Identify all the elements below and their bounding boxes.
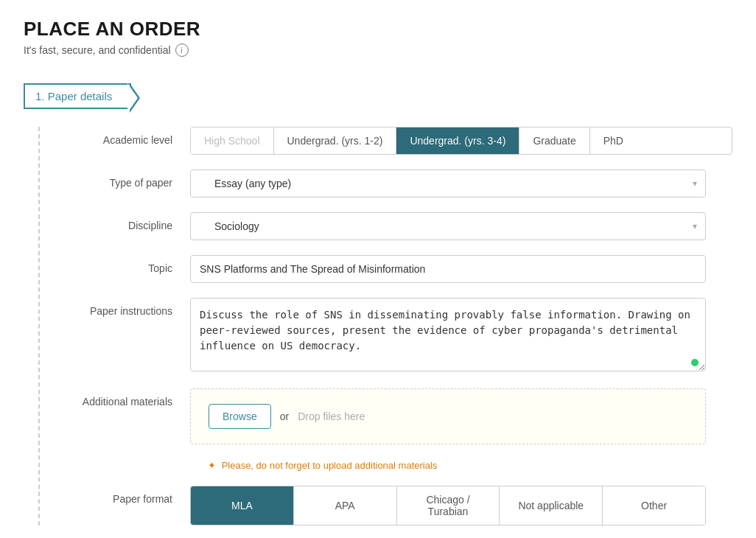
warning-message: Please, do not forget to upload addition…	[222, 460, 438, 471]
academic-level-row: Academic level High School Undergrad. (y…	[40, 127, 732, 155]
type-of-paper-select[interactable]: Essay (any type)	[190, 170, 706, 198]
paper-instructions-control: Discuss the role of SNS in disseminating…	[190, 298, 732, 374]
format-chicago[interactable]: Chicago / Turabian	[397, 486, 500, 525]
additional-materials-control: Browse or Drop files here	[190, 388, 732, 444]
format-not-applicable[interactable]: Not applicable	[500, 486, 603, 525]
discipline-row: Discipline 🔍 Sociology ▾	[40, 212, 732, 240]
topic-label: Topic	[57, 255, 190, 274]
paper-instructions-textarea[interactable]: Discuss the role of SNS in disseminating…	[190, 298, 706, 371]
paper-instructions-row: Paper instructions Discuss the role of S…	[40, 298, 732, 374]
page-title: PLACE AN ORDER	[24, 18, 732, 41]
file-upload-area: Browse or Drop files here	[190, 388, 706, 444]
academic-level-graduate[interactable]: Graduate	[519, 127, 589, 154]
drop-files-text: Drop files here	[298, 411, 365, 422]
academic-level-undergrad-1-2[interactable]: Undergrad. (yrs. 1-2)	[274, 127, 397, 154]
academic-level-high-school[interactable]: High School	[191, 127, 274, 154]
academic-level-control: High School Undergrad. (yrs. 1-2) Underg…	[190, 127, 732, 155]
page-subtitle: It's fast, secure, and confidential i	[24, 43, 732, 57]
paper-instructions-wrapper: Discuss the role of SNS in disseminating…	[190, 298, 706, 374]
discipline-select-wrapper: 🔍 Sociology ▾	[190, 212, 706, 240]
warning-row: ✦ Please, do not forget to upload additi…	[40, 459, 732, 471]
academic-level-phd[interactable]: PhD	[590, 127, 637, 154]
type-of-paper-label: Type of paper	[57, 170, 190, 189]
format-mla[interactable]: MLA	[191, 486, 294, 525]
academic-level-undergrad-3-4[interactable]: Undergrad. (yrs. 3-4)	[396, 127, 519, 154]
academic-level-label: Academic level	[57, 127, 190, 146]
subtitle-text: It's fast, secure, and confidential	[24, 44, 171, 56]
or-text: or	[280, 411, 289, 422]
topic-row: Topic	[40, 255, 732, 283]
info-icon[interactable]: i	[175, 43, 189, 57]
form-section: Academic level High School Undergrad. (y…	[38, 127, 732, 525]
format-other[interactable]: Other	[603, 486, 705, 525]
type-of-paper-control: 🔍 Essay (any type) ▾	[190, 170, 732, 198]
browse-button[interactable]: Browse	[209, 404, 271, 429]
discipline-control: 🔍 Sociology ▾	[190, 212, 732, 240]
warning-text: ✦ Please, do not forget to upload additi…	[208, 460, 437, 471]
warning-arrow-icon: ✦	[208, 460, 216, 471]
topic-control	[190, 255, 732, 283]
additional-materials-label: Additional materials	[57, 388, 190, 408]
paper-format-row: Paper format MLA APA Chicago / Turabian …	[40, 486, 732, 525]
step-number: 1.	[35, 90, 45, 102]
discipline-select[interactable]: Sociology	[190, 212, 706, 240]
type-of-paper-select-wrapper: 🔍 Essay (any type) ▾	[190, 170, 706, 198]
textarea-status-dot	[691, 359, 699, 366]
format-apa[interactable]: APA	[294, 486, 397, 525]
type-of-paper-row: Type of paper 🔍 Essay (any type) ▾	[40, 170, 732, 198]
paper-format-control: MLA APA Chicago / Turabian Not applicabl…	[190, 486, 732, 525]
discipline-label: Discipline	[57, 212, 190, 231]
topic-input[interactable]	[190, 255, 706, 283]
academic-level-group: High School Undergrad. (yrs. 1-2) Underg…	[190, 127, 732, 155]
paper-format-label: Paper format	[57, 486, 190, 505]
step-label: Paper details	[48, 90, 113, 102]
step-header: 1. Paper details	[24, 71, 732, 109]
paper-format-group: MLA APA Chicago / Turabian Not applicabl…	[190, 486, 706, 525]
additional-materials-row: Additional materials Browse or Drop file…	[40, 388, 732, 444]
paper-instructions-label: Paper instructions	[57, 298, 190, 317]
step-tab: 1. Paper details	[24, 83, 131, 109]
